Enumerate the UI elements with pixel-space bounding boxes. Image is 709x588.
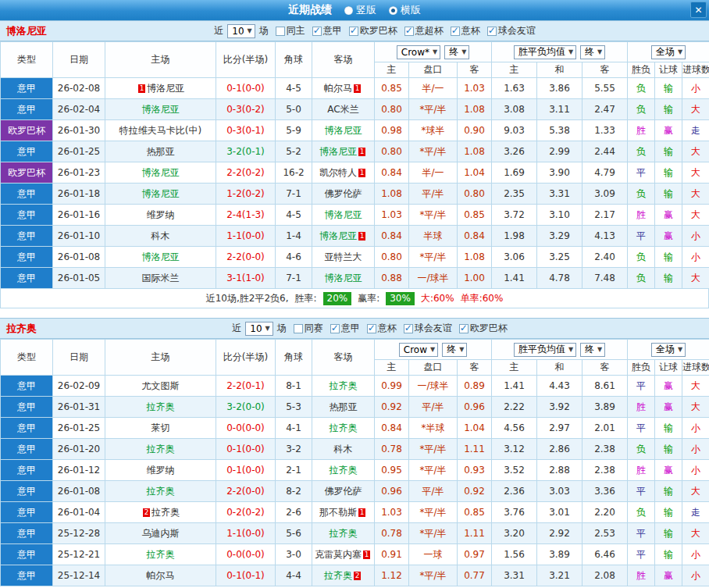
crown-away-odds: 1.04: [458, 162, 492, 184]
result-handicap: 输: [655, 247, 682, 268]
fulltime-select[interactable]: 全场: [651, 45, 686, 59]
crown-home-odds: 0.95: [375, 460, 409, 481]
red-card-badge: 1: [354, 84, 361, 93]
crown-handicap: 半球: [409, 226, 458, 247]
avg-odds-select[interactable]: 胜平负均值: [514, 45, 576, 59]
checkbox-icon: [312, 27, 322, 36]
filter-checkbox-同主[interactable]: 同主: [276, 24, 305, 37]
home-team-cell: 2拉齐奥: [105, 502, 216, 523]
avg-draw-odds: 3.11: [537, 99, 583, 120]
match-count-select[interactable]: 10: [227, 24, 255, 38]
bookmaker-select[interactable]: Crow*: [397, 45, 440, 59]
team-label: 帕尔马: [324, 83, 352, 94]
team-label: 拉齐奥: [147, 486, 175, 497]
result-goals: 大: [682, 141, 709, 162]
layout-radio-horizontal[interactable]: 横版: [389, 3, 421, 17]
match-row: 欧罗巴杯 26-01-23 博洛尼亚 2-2(0-2) 16-2 凯尔特人1 0…: [1, 162, 709, 184]
result-handicap: 输: [655, 268, 682, 289]
filter-checkbox-欧罗巴杯[interactable]: 欧罗巴杯: [459, 322, 508, 335]
checkbox-label: 意超杯: [415, 24, 444, 37]
avg-odds-select-value: 胜平负均值: [518, 343, 565, 356]
filter-checkbox-欧罗巴杯[interactable]: 欧罗巴杯: [349, 24, 397, 37]
away-team-cell: 克雷莫内塞1: [312, 544, 375, 565]
avg-draw-odds: 3.92: [537, 397, 583, 418]
avg-stage-select[interactable]: 终: [580, 45, 605, 59]
result-outcome: 平: [628, 226, 655, 247]
home-team-cell: 科木: [105, 226, 216, 247]
subcol-goals-result: 进球数: [682, 360, 709, 376]
layout-switcher: 竖版横版: [332, 3, 421, 17]
avg-odds-select[interactable]: 胜平负均值: [514, 343, 576, 357]
filter-checkbox-同赛[interactable]: 同赛: [294, 322, 323, 335]
avg-home-odds: 2.22: [492, 397, 537, 418]
league-cell: 意甲: [1, 565, 53, 586]
bookmaker-select[interactable]: Crow: [399, 343, 438, 357]
result-handicap: 输: [655, 481, 682, 502]
col-header-date: 日期: [53, 42, 105, 78]
filter-games-label: 场: [277, 322, 287, 335]
crown-away-odds: 0.93: [458, 460, 492, 481]
team-label: 佛罗伦萨: [325, 486, 362, 497]
team-label: 博洛尼亚: [325, 125, 362, 136]
result-outcome: 胜: [628, 397, 655, 418]
filter-checkbox-意超杯[interactable]: 意超杯: [404, 24, 444, 37]
subcol-avg-away: 客: [583, 360, 628, 376]
close-button[interactable]: ✕: [690, 2, 707, 18]
filter-checkbox-意甲[interactable]: 意甲: [312, 24, 342, 37]
fulltime-select[interactable]: 全场: [651, 343, 686, 357]
filter-near-label: 近: [232, 322, 241, 335]
filter-checkbox-意甲[interactable]: 意甲: [330, 322, 360, 335]
result-outcome: 平: [628, 481, 655, 502]
result-outcome: 负: [628, 268, 655, 289]
corners-cell: 3-2: [276, 439, 312, 460]
date-cell: 26-02-08: [53, 78, 105, 99]
score-cell: 2-2(0-0): [216, 247, 276, 268]
avg-stage-select[interactable]: 终: [580, 343, 605, 357]
checkbox-label: 意杯: [461, 24, 480, 37]
away-team-cell: 拉齐奥: [312, 460, 375, 481]
avg-header-group: 胜平负均值 终: [492, 42, 628, 62]
crown-away-odds: 0.77: [458, 565, 492, 586]
avg-home-odds: 1.98: [492, 226, 537, 247]
layout-radio-vertical[interactable]: 竖版: [344, 3, 376, 17]
crown-handicap: *平/半: [409, 523, 458, 544]
home-team-cell: 乌迪内斯: [105, 523, 216, 544]
subcol-crown-home: 主: [375, 62, 409, 78]
home-team-cell: 热那亚: [105, 141, 216, 162]
avg-home-odds: 1.41: [492, 268, 537, 289]
filter-checkbox-球会友谊[interactable]: 球会友谊: [487, 24, 536, 37]
team-label: 博洛尼亚: [325, 209, 362, 220]
win-rate-badge: 20%: [323, 292, 352, 305]
filter-checkbox-意杯[interactable]: 意杯: [451, 24, 480, 37]
date-cell: 25-12-21: [53, 544, 105, 565]
avg-away-odds: 6.46: [583, 544, 628, 565]
match-row: 意甲 26-01-25 热那亚 3-2(0-1) 5-2 博洛尼亚1 0.80 …: [1, 141, 709, 162]
avg-draw-odds: 2.97: [537, 418, 583, 439]
home-team-cell: 拉齐奥: [105, 439, 216, 460]
crown-away-odds: 1.00: [458, 268, 492, 289]
odds-stage-select[interactable]: 终: [444, 45, 469, 59]
result-goals: 小: [682, 439, 709, 460]
crown-away-odds: 0.89: [458, 376, 492, 397]
avg-home-odds: 1.69: [492, 162, 537, 184]
checkbox-icon: [349, 27, 358, 36]
away-team-cell: 佛罗伦萨: [312, 481, 375, 502]
avg-draw-odds: 2.99: [537, 141, 583, 162]
match-count-select[interactable]: 10: [245, 322, 273, 336]
home-team-cell: 莱切: [105, 418, 216, 439]
avg-away-odds: 2.40: [583, 247, 628, 268]
result-handicap: 赢: [655, 226, 682, 247]
avg-away-odds: 2.53: [583, 523, 628, 544]
crown-handicap: 一球: [409, 544, 458, 565]
filter-checkbox-球会友谊[interactable]: 球会友谊: [404, 322, 452, 335]
team-label: 热那亚: [147, 146, 175, 157]
home-team-cell: 拉齐奥: [105, 481, 216, 502]
odds-stage-select[interactable]: 终: [442, 343, 467, 357]
col-header-away: 客场: [312, 42, 375, 78]
match-row: 意甲 26-01-08 拉齐奥 2-2(0-0) 8-2 佛罗伦萨 0.96 平…: [1, 481, 709, 502]
score-cell: 1-2(0-2): [216, 184, 276, 205]
filter-checkbox-意杯[interactable]: 意杯: [367, 322, 397, 335]
score-cell: 0-1(0-0): [216, 439, 276, 460]
score-cell: 0-1(0-0): [216, 460, 276, 481]
league-cell: 意甲: [1, 78, 53, 99]
